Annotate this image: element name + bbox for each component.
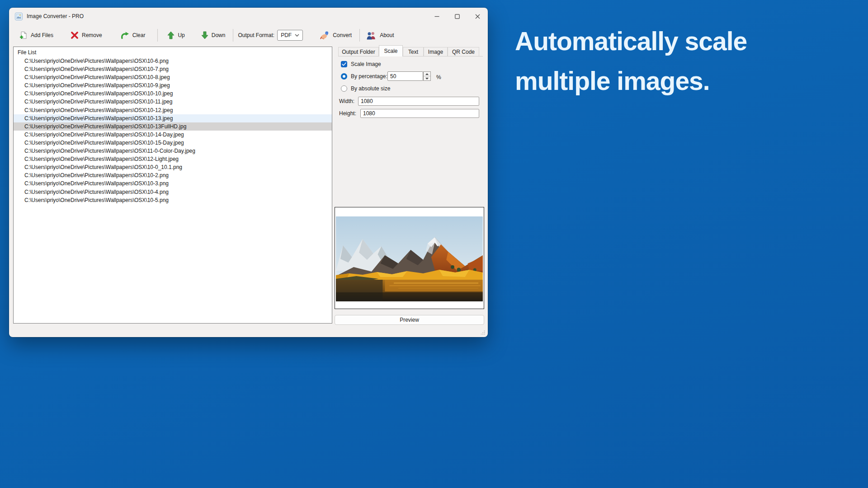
app-window: Image Converter - PRO (9, 8, 488, 337)
file-list-panel: File List C:\Users\priyo\OneDrive\Pictur… (13, 47, 332, 324)
output-format-value: PDF (281, 32, 292, 38)
file-list-item[interactable]: C:\Users\priyo\OneDrive\Pictures\Wallpap… (14, 57, 332, 65)
remove-label: Remove (82, 32, 102, 38)
file-list-item[interactable]: C:\Users\priyo\OneDrive\Pictures\Wallpap… (14, 89, 332, 98)
by-absolute-label: By absolute size (351, 85, 390, 92)
file-list-item[interactable]: C:\Users\priyo\OneDrive\Pictures\Wallpap… (14, 131, 332, 139)
window-title: Image Converter - PRO (27, 13, 84, 19)
file-list-item[interactable]: C:\Users\priyo\OneDrive\Pictures\Wallpap… (14, 122, 332, 131)
file-list-item[interactable]: C:\Users\priyo\OneDrive\Pictures\Wallpap… (14, 155, 332, 163)
by-percentage-label: By percentage: (351, 73, 387, 80)
down-label: Down (212, 32, 226, 38)
clear-button[interactable]: Clear (118, 29, 148, 41)
output-format-select[interactable]: PDF (277, 30, 303, 41)
about-label: About (380, 32, 394, 38)
clear-label: Clear (132, 32, 146, 38)
percent-sign: % (436, 74, 441, 80)
maximize-icon (455, 14, 460, 19)
file-list-item[interactable]: C:\Users\priyo\OneDrive\Pictures\Wallpap… (14, 139, 332, 147)
scale-image-checkbox-row[interactable]: Scale Image (341, 61, 381, 67)
file-list-item[interactable]: C:\Users\priyo\OneDrive\Pictures\Wallpap… (14, 171, 332, 179)
convert-button[interactable]: Convert (317, 29, 354, 42)
file-list-item[interactable]: C:\Users\priyo\OneDrive\Pictures\Wallpap… (14, 196, 332, 204)
add-files-label: Add Files (31, 32, 53, 38)
width-input[interactable] (358, 97, 479, 106)
up-arrow-icon (167, 31, 175, 39)
add-files-icon (19, 31, 28, 39)
percentage-input[interactable] (387, 71, 423, 81)
spinner-up-button[interactable] (424, 72, 430, 76)
width-label: Width: (339, 98, 354, 104)
tab-output-folder[interactable]: Output Folder (338, 47, 379, 56)
preview-button[interactable]: Preview (335, 315, 484, 325)
app-icon (15, 13, 23, 20)
file-list-item[interactable]: C:\Users\priyo\OneDrive\Pictures\Wallpap… (14, 106, 332, 114)
tab-scale[interactable]: Scale (379, 45, 403, 56)
about-button[interactable]: About (363, 29, 396, 42)
preview-box (335, 207, 484, 309)
height-label: Height: (339, 110, 356, 117)
percentage-spinner (423, 71, 431, 81)
clear-icon (120, 31, 129, 39)
spinner-down-button[interactable] (424, 76, 430, 80)
file-list-item[interactable]: C:\Users\priyo\OneDrive\Pictures\Wallpap… (14, 188, 332, 196)
up-button[interactable]: Up (165, 29, 187, 41)
headline-line2: multiple images. (515, 61, 747, 101)
file-list-rows: C:\Users\priyo\OneDrive\Pictures\Wallpap… (14, 57, 332, 204)
down-arrow-icon (201, 31, 208, 39)
convert-label: Convert (333, 32, 352, 38)
file-list-item[interactable]: C:\Users\priyo\OneDrive\Pictures\Wallpap… (14, 81, 332, 89)
by-absolute-radio[interactable] (341, 85, 347, 92)
remove-button[interactable]: Remove (68, 29, 104, 41)
toolbar-separator (233, 29, 233, 42)
height-input[interactable] (360, 109, 479, 118)
toolbar-separator (359, 29, 360, 42)
close-button[interactable] (467, 8, 488, 25)
close-icon (475, 14, 480, 19)
file-list-label: File List (14, 47, 332, 57)
convert-icon (320, 31, 330, 40)
title-bar[interactable]: Image Converter - PRO (9, 8, 488, 25)
spinner-up-icon (425, 73, 429, 75)
about-icon (366, 31, 377, 40)
by-percentage-radio-row[interactable]: By percentage: (341, 73, 387, 80)
by-percentage-radio[interactable] (341, 73, 347, 80)
file-list-item[interactable]: C:\Users\priyo\OneDrive\Pictures\Wallpap… (14, 73, 332, 81)
file-list-item[interactable]: C:\Users\priyo\OneDrive\Pictures\Wallpap… (14, 163, 332, 171)
chevron-down-icon (295, 34, 299, 37)
minimize-button[interactable] (427, 8, 447, 25)
down-button[interactable]: Down (199, 29, 228, 41)
remove-icon (71, 31, 79, 39)
up-label: Up (178, 32, 184, 38)
output-format-label: Output Format: (238, 32, 274, 38)
add-files-button[interactable]: Add Files (17, 29, 56, 41)
tab-text[interactable]: Text (403, 47, 424, 56)
headline-line1: Automatically scale (515, 21, 747, 61)
preview-image (336, 216, 483, 301)
scale-image-label: Scale Image (351, 61, 381, 67)
tab-qr-code[interactable]: QR Code (448, 47, 479, 56)
file-list-item[interactable]: C:\Users\priyo\OneDrive\Pictures\Wallpap… (14, 114, 332, 122)
tab-strip: Output Folder Scale Text Image QR Code (338, 45, 479, 56)
file-list-item[interactable]: C:\Users\priyo\OneDrive\Pictures\Wallpap… (14, 65, 332, 73)
scale-image-checkbox[interactable] (341, 61, 347, 67)
toolbar: Add Files Remove Clear Up Down (9, 25, 488, 46)
preview-button-label: Preview (400, 317, 419, 323)
resize-grip[interactable] (481, 330, 485, 335)
file-list-item[interactable]: C:\Users\priyo\OneDrive\Pictures\Wallpap… (14, 179, 332, 188)
tab-image[interactable]: Image (424, 47, 448, 56)
maximize-button[interactable] (447, 8, 467, 25)
file-list-item[interactable]: C:\Users\priyo\OneDrive\Pictures\Wallpap… (14, 147, 332, 155)
minimize-icon (434, 14, 439, 19)
headline: Automatically scale multiple images. (515, 21, 747, 101)
check-icon (342, 62, 346, 66)
spinner-down-icon (425, 78, 429, 80)
toolbar-separator (157, 29, 158, 42)
by-absolute-radio-row[interactable]: By absolute size (341, 85, 390, 92)
file-list-item[interactable]: C:\Users\priyo\OneDrive\Pictures\Wallpap… (14, 98, 332, 106)
